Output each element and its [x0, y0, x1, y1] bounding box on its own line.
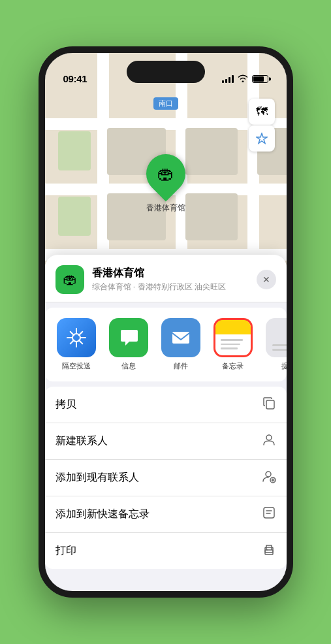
action-add-contact[interactable]: 添加到现有联系人: [45, 460, 287, 496]
share-mail[interactable]: 邮件: [160, 318, 202, 371]
signal-icon: [222, 75, 234, 83]
copy-icon: [262, 396, 276, 413]
svg-point-4: [266, 472, 271, 477]
map-label: 南口: [153, 97, 178, 110]
airdrop-label: 隔空投送: [62, 361, 91, 371]
map-layers-button[interactable]: 🗺: [249, 99, 275, 125]
location-subtitle: 综合体育馆 · 香港特别行政区 油尖旺区: [92, 282, 249, 293]
pin-label: 香港体育馆: [146, 202, 185, 214]
close-button[interactable]: ✕: [257, 270, 276, 289]
svg-rect-1: [172, 332, 189, 344]
status-time: 09:41: [63, 73, 87, 84]
battery-icon: [252, 75, 268, 83]
action-new-contact[interactable]: 新建联系人: [45, 423, 287, 460]
action-print[interactable]: 打印: [45, 533, 287, 569]
share-more[interactable]: 提: [264, 318, 287, 371]
quick-note-icon: [262, 506, 276, 523]
notes-icon: [213, 318, 253, 357]
action-quick-note-label: 添加到新快速备忘录: [55, 507, 150, 521]
location-pin: 🏟 香港体育馆: [146, 154, 185, 214]
location-header: 🏟 香港体育馆 综合体育馆 · 香港特别行政区 油尖旺区 ✕: [45, 255, 287, 302]
share-notes[interactable]: 备忘录: [212, 318, 254, 371]
new-contact-icon: [262, 432, 276, 450]
svg-rect-6: [264, 507, 274, 518]
add-contact-icon: [262, 469, 276, 487]
more-label: 提: [281, 361, 287, 371]
share-row: 隔空投送 信息 邮件: [45, 308, 287, 381]
more-icon: [266, 318, 287, 357]
action-new-contact-label: 新建联系人: [55, 434, 108, 448]
action-list: 拷贝 新建联系人 添加到现有联系人: [45, 387, 287, 569]
messages-label: 信息: [121, 361, 136, 371]
share-messages[interactable]: 信息: [108, 318, 150, 371]
action-add-contact-label: 添加到现有联系人: [55, 471, 139, 485]
phone-frame: 09:41: [39, 46, 293, 598]
notes-label: 备忘录: [222, 361, 244, 371]
share-airdrop[interactable]: 隔空投送: [55, 318, 97, 371]
action-copy[interactable]: 拷贝: [45, 387, 287, 423]
action-quick-note[interactable]: 添加到新快速备忘录: [45, 496, 287, 533]
location-venue-icon: 🏟: [55, 265, 84, 294]
print-icon: [262, 542, 276, 560]
location-name: 香港体育馆: [92, 266, 249, 280]
location-info: 香港体育馆 综合体育馆 · 香港特别行政区 油尖旺区: [92, 266, 249, 293]
bottom-sheet: 🏟 香港体育馆 综合体育馆 · 香港特别行政区 油尖旺区 ✕: [45, 255, 287, 591]
mail-icon: [161, 318, 200, 357]
svg-point-3: [266, 435, 272, 440]
airdrop-icon: [57, 318, 96, 357]
action-print-label: 打印: [55, 544, 76, 558]
action-copy-label: 拷贝: [55, 398, 76, 411]
svg-rect-2: [266, 400, 274, 409]
dynamic-island: [127, 61, 205, 83]
map-controls: 🗺: [249, 99, 275, 152]
mail-label: 邮件: [174, 361, 188, 371]
status-icons: [222, 74, 268, 84]
map-location-button[interactable]: [249, 125, 275, 152]
messages-icon: [109, 318, 148, 357]
svg-point-9: [266, 549, 268, 551]
wifi-icon: [238, 74, 248, 84]
